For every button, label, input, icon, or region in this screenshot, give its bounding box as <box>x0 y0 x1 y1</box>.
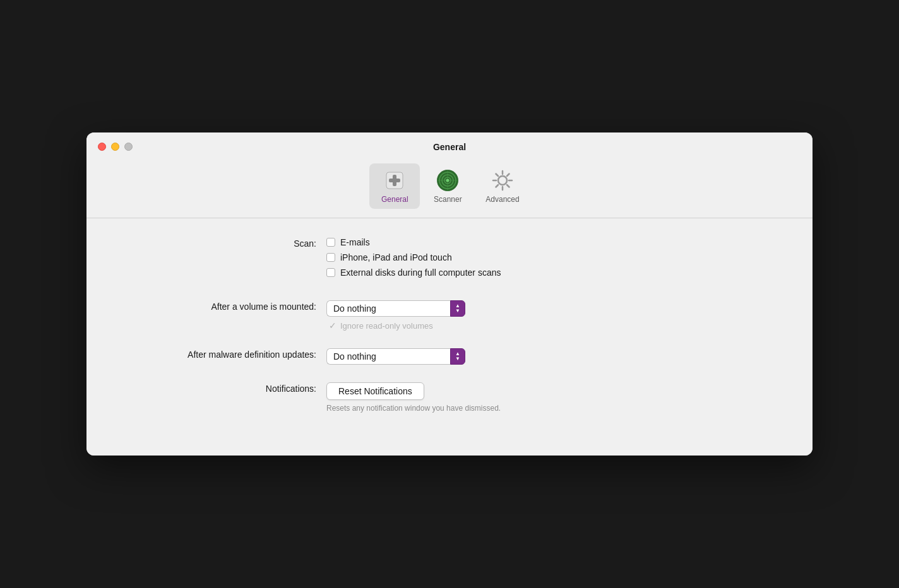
tab-general[interactable]: General <box>369 163 420 209</box>
tab-scanner-label: Scanner <box>434 195 462 204</box>
titlebar: General <box>86 132 813 157</box>
general-icon <box>383 168 407 192</box>
maximize-button[interactable] <box>124 143 133 151</box>
svg-rect-2 <box>389 179 400 182</box>
tab-advanced-label: Advanced <box>485 195 519 204</box>
ignore-label: Ignore read-only volumes <box>340 321 433 331</box>
scan-label: Scan: <box>124 237 326 249</box>
notifications-helper-text: Resets any notification window you have … <box>326 404 775 413</box>
volume-mounted-select-wrapper: Do nothing ▲ ▼ <box>326 300 465 317</box>
window-title: General <box>433 142 466 152</box>
iphone-checkbox-row: iPhone, iPad and iPod touch <box>326 252 775 262</box>
malware-updates-control: Do nothing ▲ ▼ <box>326 348 775 365</box>
scan-row: Scan: E-mails iPhone, iPad and iPod touc… <box>124 237 775 283</box>
stepper-down-arrow: ▼ <box>455 309 460 314</box>
volume-mounted-select[interactable]: Do nothing <box>326 300 450 317</box>
iphone-checkbox[interactable] <box>326 253 335 262</box>
external-checkbox-row: External disks during full computer scan… <box>326 268 775 278</box>
malware-updates-select[interactable]: Do nothing <box>326 348 450 365</box>
volume-mounted-control: Do nothing ▲ ▼ ✓ Ignore read-only volume… <box>326 300 775 331</box>
ignore-checkmark: ✓ <box>329 320 336 331</box>
svg-line-16 <box>507 185 509 187</box>
scan-checkboxes: E-mails iPhone, iPad and iPod touch Exte… <box>326 237 775 283</box>
reset-notifications-button[interactable]: Reset Notifications <box>326 382 424 400</box>
svg-line-15 <box>496 174 499 177</box>
volume-mounted-stepper[interactable]: ▲ ▼ <box>450 300 465 317</box>
stepper-down-arrow-2: ▼ <box>455 356 460 362</box>
ignore-row: ✓ Ignore read-only volumes <box>326 320 775 331</box>
email-checkbox[interactable] <box>326 238 335 247</box>
external-label: External disks during full computer scan… <box>340 268 501 278</box>
email-label: E-mails <box>340 237 370 247</box>
main-window: General General <box>86 132 813 456</box>
tab-general-label: General <box>381 195 408 204</box>
external-checkbox[interactable] <box>326 268 335 277</box>
volume-mounted-row: After a volume is mounted: Do nothing ▲ … <box>124 300 775 331</box>
notifications-row: Notifications: Reset Notifications Reset… <box>124 382 775 413</box>
tab-scanner[interactable]: Scanner <box>422 163 473 209</box>
malware-updates-select-wrapper: Do nothing ▲ ▼ <box>326 348 465 365</box>
svg-line-18 <box>496 185 499 187</box>
svg-point-9 <box>446 179 450 182</box>
close-button[interactable] <box>98 143 106 151</box>
tab-advanced[interactable]: Advanced <box>475 163 529 209</box>
malware-updates-label: After malware definition updates: <box>124 348 326 360</box>
email-checkbox-row: E-mails <box>326 237 775 247</box>
volume-mounted-label: After a volume is mounted: <box>124 300 326 312</box>
advanced-icon <box>491 168 515 192</box>
notifications-label: Notifications: <box>124 382 326 394</box>
scanner-icon <box>436 168 460 192</box>
malware-updates-stepper[interactable]: ▲ ▼ <box>450 348 465 365</box>
minimize-button[interactable] <box>111 143 119 151</box>
toolbar: General Scanner <box>86 157 813 218</box>
content-area: Scan: E-mails iPhone, iPad and iPod touc… <box>86 218 813 456</box>
iphone-label: iPhone, iPad and iPod touch <box>340 252 452 262</box>
svg-point-10 <box>498 176 507 185</box>
traffic-lights <box>98 143 133 151</box>
notifications-control: Reset Notifications Resets any notificat… <box>326 382 775 413</box>
malware-updates-row: After malware definition updates: Do not… <box>124 348 775 365</box>
svg-line-17 <box>507 174 509 177</box>
